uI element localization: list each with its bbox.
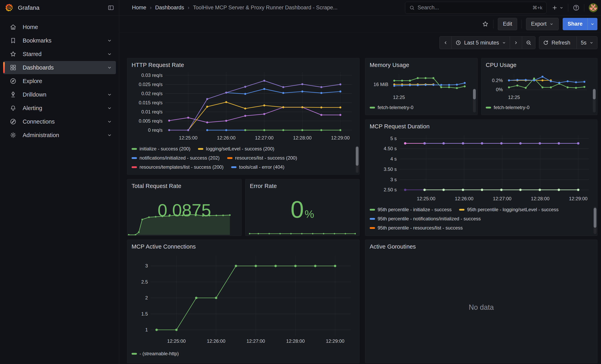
breadcrumb-dashboards[interactable]: Dashboards: [155, 5, 184, 11]
legend-item[interactable]: fetch-telemetry-0: [486, 105, 530, 110]
legend-item[interactable]: logging/setLevel - success (200): [198, 146, 274, 152]
chevron-down-icon: [590, 22, 595, 26]
svg-text:12:27:00: 12:27:00: [255, 135, 273, 140]
export-label: Export: [531, 21, 547, 27]
dashboard-toolbar: Edit Export Share: [120, 16, 601, 32]
legend-item[interactable]: fetch-telemetry-0: [370, 105, 413, 110]
zoom-out-icon: [526, 40, 532, 46]
legend-scrollbar-thumb[interactable]: [473, 89, 476, 99]
chart-conns-svg: 11.522.5312:25:0012:26:0012:27:0012:28:0…: [131, 251, 355, 348]
legend-color-pill: [370, 218, 375, 220]
bell-icon: [10, 105, 17, 112]
share-menu-button[interactable]: [588, 18, 597, 30]
legend-item[interactable]: 95th percentile - notifications/initiali…: [370, 216, 481, 222]
legend-color-pill: [459, 209, 464, 211]
svg-text:0.005 req/s: 0.005 req/s: [139, 118, 163, 124]
error-rate-value: 0%: [290, 196, 314, 223]
time-range-group: Last 5 minutes: [440, 36, 535, 49]
search-input[interactable]: ⌘+k: [405, 2, 547, 14]
time-shift-forward-button[interactable]: [510, 37, 522, 49]
legend-item[interactable]: notifications/initialized - success (202…: [131, 155, 220, 161]
chevron-down-icon: [107, 38, 112, 43]
legend-label: notifications/initialized - success (202…: [140, 155, 220, 161]
cpu-usage-chart: 0.2%0%12:25: [486, 69, 593, 102]
legend-label: tools/call - error (404): [239, 164, 284, 170]
svg-text:3.50 s: 3.50 s: [384, 167, 397, 172]
svg-text:0.025 req/s: 0.025 req/s: [139, 82, 163, 87]
panel-memory-usage: Memory Usage 16 MiB12:25 fetch-telemetry…: [365, 58, 478, 115]
svg-text:0.01 req/s: 0.01 req/s: [141, 109, 163, 114]
edit-button[interactable]: Edit: [498, 18, 517, 30]
legend-label: 95th percentile - logging/setLevel - suc…: [467, 207, 559, 212]
chevron-down-icon: [549, 22, 554, 26]
legend-row: initialize - success (200)logging/setLev…: [131, 144, 355, 153]
panel-mcp-request-duration: MCP Request Duration 5 s4.50 s4 s3.50 s3…: [365, 119, 597, 236]
total-request-rate-sparkline: [128, 211, 241, 235]
legend-item[interactable]: resources/list - success (200): [227, 155, 297, 161]
panel-title: Active Goroutines: [370, 243, 593, 250]
refresh-interval-picker[interactable]: 5s: [577, 37, 597, 49]
chevron-down-icon: [589, 40, 594, 45]
share-button[interactable]: Share: [563, 18, 588, 30]
legend-item[interactable]: 95th percentile - initialize - success: [370, 207, 451, 212]
new-button[interactable]: [552, 5, 564, 11]
gear-icon: [10, 132, 17, 139]
chevron-down-icon: [107, 119, 112, 124]
sidebar-item-connections[interactable]: Connections: [3, 115, 116, 128]
panel-title: Error Rate: [250, 182, 355, 189]
help-button[interactable]: [572, 4, 580, 11]
legend-row: 95th percentile - resources/templates/li…: [370, 232, 593, 234]
panel-title: MCP Active Connections: [131, 243, 355, 250]
connections-icon: [10, 118, 17, 125]
dashboards-icon: [10, 64, 17, 71]
chevron-down-icon: [107, 51, 112, 57]
mcp-request-duration-chart: 5 s4.50 s4 s3.50 s3 s2.50 s12:25:0012:26…: [370, 131, 593, 204]
sidebar-item-starred[interactable]: Starred: [3, 48, 116, 61]
legend-scrollbar-thumb[interactable]: [594, 208, 596, 228]
chevron-down-icon: [559, 6, 564, 10]
grafana-logo-icon[interactable]: [5, 3, 14, 12]
brand-area: Grafana: [0, 0, 119, 15]
plus-icon: [552, 5, 558, 11]
legend-item[interactable]: initialize - success (200): [131, 146, 190, 152]
legend-item[interactable]: tools/call - error (404): [231, 164, 284, 170]
legend-item[interactable]: 95th percentile - logging/setLevel - suc…: [459, 207, 559, 212]
breadcrumb-home[interactable]: Home: [132, 5, 146, 11]
time-range-picker[interactable]: Last 5 minutes: [451, 37, 510, 49]
sidebar-item-dashboards[interactable]: Dashboards: [3, 61, 116, 74]
panel-total-request-rate: Total Request Rate 0.0875: [127, 179, 242, 236]
compass-icon: [10, 78, 17, 85]
legend-scrollbar-thumb[interactable]: [356, 147, 359, 166]
time-shift-back-button[interactable]: [440, 37, 451, 49]
search-field[interactable]: [418, 5, 532, 11]
legend-item[interactable]: 95th percentile - resources/list - succe…: [370, 225, 463, 231]
legend-row: tools/call - success (200)tools/list - s…: [131, 172, 355, 172]
sidebar-toggle-button[interactable]: [108, 4, 114, 11]
sidebar-item-label: Administration: [23, 132, 107, 138]
memory-legend: fetch-telemetry-0: [370, 102, 473, 113]
export-button[interactable]: Export: [526, 18, 559, 30]
divider: [568, 4, 568, 11]
panel-title: CPU Usage: [486, 61, 593, 69]
legend-scrollbar-thumb[interactable]: [593, 89, 596, 99]
sidebar-item-bookmarks[interactable]: Bookmarks: [3, 34, 116, 47]
star-dashboard-button[interactable]: [482, 20, 489, 28]
chevron-down-icon: [107, 65, 112, 70]
sidebar-item-alerting[interactable]: Alerting: [3, 101, 116, 115]
sidebar-item-explore[interactable]: Explore: [3, 75, 116, 88]
svg-text:12:25:00: 12:25:00: [417, 196, 435, 201]
legend-color-pill: [370, 227, 375, 229]
legend-color-pill: [198, 148, 203, 150]
http-request-rate-chart: 0 req/s0.005 req/s0.01 req/s0.015 req/s0…: [131, 69, 355, 143]
sidebar-item-drilldown[interactable]: Drilldown: [3, 88, 116, 101]
sidebar-item-home[interactable]: Home: [3, 20, 116, 34]
panel-active-goroutines: Active Goroutines No data: [365, 240, 597, 363]
legend-item[interactable]: - (streamable-http): [131, 351, 179, 356]
legend-label: - (streamable-http): [140, 351, 179, 356]
panel-title: HTTP Request Rate: [131, 61, 355, 69]
zoom-out-button[interactable]: [522, 37, 535, 49]
avatar[interactable]: [589, 3, 598, 12]
legend-item[interactable]: resources/templates/list - success (200): [131, 164, 224, 170]
refresh-button[interactable]: Refresh: [539, 37, 577, 49]
sidebar-item-administration[interactable]: Administration: [3, 128, 116, 142]
